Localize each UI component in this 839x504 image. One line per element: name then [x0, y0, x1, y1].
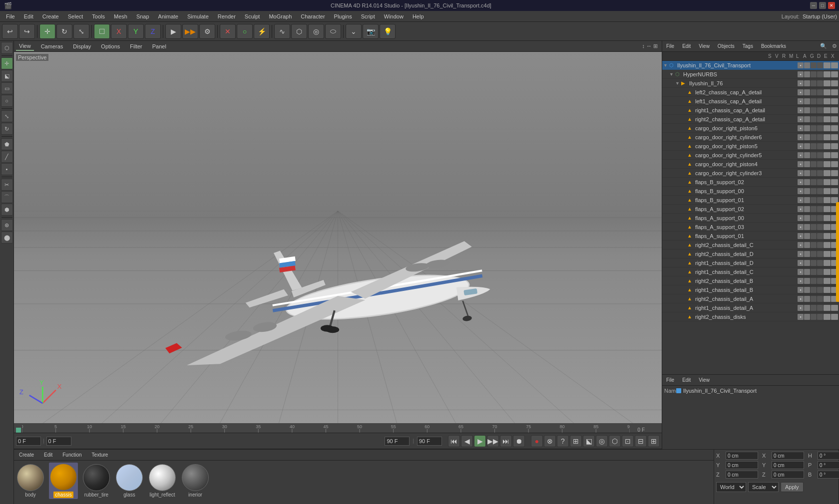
render-settings-button[interactable]: ⚙	[199, 24, 215, 39]
tree-vis-dot[interactable]: ●	[798, 287, 804, 293]
tree-item-flaps_B_support_00[interactable]: ▲flaps_B_support_00●	[662, 187, 839, 196]
menu-sculpt[interactable]: Sculpt	[241, 12, 264, 20]
tree-vis-dot[interactable]	[811, 296, 817, 302]
tree-vis-dot[interactable]	[811, 179, 817, 185]
tree-vis-dot[interactable]: ●	[798, 260, 804, 266]
menu-window[interactable]: Window	[380, 12, 408, 20]
tool-perspective[interactable]: ⬡	[1, 42, 13, 54]
tree-tag-dot[interactable]	[824, 71, 831, 77]
redo-button[interactable]: ↪	[19, 24, 35, 39]
tree-vis-dot[interactable]	[811, 188, 817, 194]
tree-vis-dot[interactable]	[811, 233, 817, 239]
tree-tag-dot[interactable]	[824, 152, 831, 158]
tree-item-right1_chassis_detail_C[interactable]: ▲right1_chassis_detail_C●	[662, 267, 839, 276]
tool-knife[interactable]: ✂	[1, 179, 13, 191]
tree-vis-dot[interactable]	[811, 314, 817, 320]
tree-vis-dot[interactable]	[817, 98, 823, 104]
tree-vis-dot[interactable]	[804, 80, 810, 86]
material-light-reflect[interactable]: light_reflect	[148, 463, 177, 499]
tree-tag-dot[interactable]	[831, 98, 838, 104]
play-button[interactable]: ▶	[474, 435, 486, 447]
tree-vis-dot[interactable]	[817, 134, 823, 140]
tree-vis-dot[interactable]	[817, 296, 823, 302]
tree-item-ilyushin_il76[interactable]: ▼▶Ilyushin_Il_76●	[662, 79, 839, 88]
tool-move[interactable]: ✛	[1, 57, 13, 69]
tree-tag-dot[interactable]	[824, 296, 831, 302]
tree-item-cargo_door_right_piston6[interactable]: ▲cargo_door_right_piston6●	[662, 124, 839, 133]
tree-vis-dot[interactable]	[804, 179, 810, 185]
scene-gear-icon[interactable]: ⚙	[832, 43, 837, 49]
tree-vis-dot[interactable]	[817, 161, 823, 167]
scale-mode-select[interactable]: Scale Move Rotate	[748, 482, 779, 492]
h-input[interactable]	[818, 452, 839, 460]
tree-tag-dot[interactable]	[824, 269, 831, 275]
tree-vis-dot[interactable]	[817, 143, 823, 149]
tree-vis-dot[interactable]	[804, 134, 810, 140]
tree-tag-dot[interactable]	[831, 179, 838, 185]
tree-vis-dot[interactable]	[804, 269, 810, 275]
tree-vis-dot[interactable]	[811, 62, 817, 68]
tool-select-rect[interactable]: ▭	[1, 82, 13, 94]
tree-item-flaps_A_support_00[interactable]: ▲flaps_A_support_00●	[662, 214, 839, 223]
x-axis-button[interactable]: X	[111, 24, 127, 39]
rot-y-input[interactable]	[772, 461, 804, 469]
tree-tag-dot[interactable]	[831, 80, 838, 86]
lathe-tool[interactable]: ⬭	[325, 24, 341, 39]
tree-vis-dot[interactable]	[817, 305, 823, 311]
tool-polygon[interactable]: ⬟	[1, 138, 13, 150]
tree-vis-dot[interactable]: ●	[798, 98, 804, 104]
tree-vis-dot[interactable]	[817, 89, 823, 95]
tree-tag-dot[interactable]	[824, 278, 831, 284]
tree-vis-dot[interactable]	[817, 206, 823, 212]
apply-button[interactable]: Apply	[781, 482, 804, 492]
tool-point[interactable]: •	[1, 163, 13, 175]
select-object-button[interactable]: ☐	[94, 24, 110, 39]
tree-vis-dot[interactable]: ●	[798, 314, 804, 320]
menu-mesh[interactable]: Mesh	[110, 12, 131, 20]
tree-tag-dot[interactable]	[831, 125, 838, 131]
prev-frame-button[interactable]: ◀	[461, 435, 473, 447]
tree-item-flaps_B_support_02[interactable]: ▲flaps_B_support_02●	[662, 178, 839, 187]
tree-item-flaps_B_support_01[interactable]: ▲flaps_B_support_01●	[662, 196, 839, 205]
tree-vis-dot[interactable]	[804, 314, 810, 320]
tree-vis-dot[interactable]	[804, 215, 810, 221]
tree-vis-dot[interactable]: ●	[798, 170, 804, 176]
tool-select-live[interactable]: ○	[1, 95, 13, 107]
tree-vis-dot[interactable]	[804, 305, 810, 311]
tree-vis-dot[interactable]	[811, 242, 817, 248]
tree-vis-dot[interactable]	[817, 71, 823, 77]
tree-tag-dot[interactable]	[824, 62, 831, 68]
tool-brush[interactable]: ⬤	[1, 232, 13, 244]
tree-vis-dot[interactable]	[811, 152, 817, 158]
tree-tag-dot[interactable]	[824, 260, 831, 266]
scene-objects-menu[interactable]: Objects	[716, 43, 737, 49]
tree-tag-dot[interactable]	[831, 143, 838, 149]
scene-view-menu[interactable]: View	[697, 43, 712, 49]
coord-y-input[interactable]	[726, 461, 758, 469]
tree-item-cargo_door_right_piston5[interactable]: ▲cargo_door_right_piston5●	[662, 142, 839, 151]
tree-vis-dot[interactable]	[804, 170, 810, 176]
anim-btn-2[interactable]: ⊗	[544, 435, 556, 447]
tree-tag-dot[interactable]	[824, 233, 831, 239]
props-file-menu[interactable]: File	[664, 377, 676, 383]
tree-tag-dot[interactable]	[824, 170, 831, 176]
tree-item-left1_chassis_cap_A_detail[interactable]: ▲left1_chassis_cap_A_detail●	[662, 97, 839, 106]
timeline-ticks-area[interactable]: 051015202530354045505560657075808590	[22, 423, 630, 433]
tree-item-right2_chassis_cap_A_detail[interactable]: ▲right2_chassis_cap_A_detail●	[662, 115, 839, 124]
move-tool-button[interactable]: ✛	[39, 24, 55, 39]
tree-item-right2_chassis_detail_D[interactable]: ▲right2_chassis_detail_D●	[662, 250, 839, 258]
tree-tag-dot[interactable]	[824, 206, 831, 212]
tree-vis-dot[interactable]: ●	[798, 116, 804, 122]
tree-vis-dot[interactable]	[811, 161, 817, 167]
tree-tag-dot[interactable]	[824, 242, 831, 248]
vp-tab-view[interactable]: View	[16, 42, 34, 51]
tree-vis-dot[interactable]	[804, 62, 810, 68]
tree-vis-dot[interactable]	[817, 251, 823, 257]
tree-item-right1_chassis_detail_A[interactable]: ▲right1_chassis_detail_A●	[662, 303, 839, 312]
tree-vis-dot[interactable]	[817, 215, 823, 221]
tree-item-right2_chassis_detail_C[interactable]: ▲right2_chassis_detail_C●	[662, 241, 839, 250]
tree-vis-dot[interactable]	[817, 269, 823, 275]
menu-snap[interactable]: Snap	[132, 12, 153, 20]
tree-tag-dot[interactable]	[831, 305, 838, 311]
scale-tool-button[interactable]: ⤡	[73, 24, 89, 39]
